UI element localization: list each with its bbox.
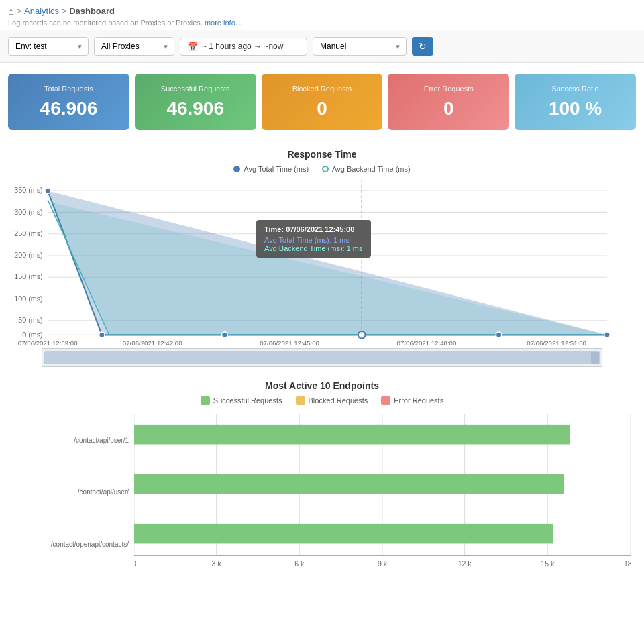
stat-card-total: Total Requests 46.906 xyxy=(8,74,129,130)
stat-value-successful: 46.906 xyxy=(143,98,248,119)
svg-text:07/06/2021 12:45:00: 07/06/2021 12:45:00 xyxy=(260,339,319,347)
stat-label-error: Error Requests xyxy=(396,85,501,93)
svg-text:0: 0 xyxy=(134,560,136,568)
bar-legend-color-red xyxy=(381,396,390,405)
legend-dot-teal xyxy=(322,166,329,172)
stat-card-error: Error Requests 0 xyxy=(388,74,509,130)
svg-point-17 xyxy=(99,332,105,338)
response-chart-legend: Avg Total Time (ms) Avg Backend Time (ms… xyxy=(8,165,636,173)
bar-legend-label-error: Error Requests xyxy=(394,396,443,405)
date-range-picker[interactable]: 📅 ~ 1 hours ago → ~now xyxy=(180,38,307,56)
proxies-select-wrapper: All Proxies ▼ xyxy=(94,37,174,56)
svg-text:50 (ms): 50 (ms) xyxy=(18,316,42,324)
stat-label-total: Total Requests xyxy=(16,85,121,93)
legend-dot-blue xyxy=(233,166,240,172)
stat-label-successful: Successful Requests xyxy=(143,85,248,93)
svg-text:150 (ms): 150 (ms) xyxy=(14,272,42,280)
breadcrumb-analytics[interactable]: Analytics xyxy=(24,6,59,16)
bar-chart-area: 0 3 k 6 k 9 k 12 k 15 k 18 k xyxy=(134,414,631,570)
bar-chart-section: Most Active 10 Endpoints Successful Requ… xyxy=(8,380,636,570)
toolbar: Env: test ▼ All Proxies ▼ 📅 ~ 1 hours ag… xyxy=(0,30,644,63)
env-select[interactable]: Env: test xyxy=(8,37,89,56)
response-chart-title: Response Time xyxy=(8,149,636,160)
svg-text:300 (ms): 300 (ms) xyxy=(14,208,42,216)
chart-scrollbar[interactable] xyxy=(42,348,602,367)
legend-label-total: Avg Total Time (ms) xyxy=(244,165,309,173)
response-chart-container: 350 (ms) 300 (ms) 250 (ms) 200 (ms) 150 … xyxy=(8,180,636,345)
proxies-select[interactable]: All Proxies xyxy=(94,37,174,56)
bar-legend-color-orange xyxy=(296,396,305,405)
svg-text:9 k: 9 k xyxy=(378,560,388,568)
more-info-link[interactable]: more info... xyxy=(205,19,241,27)
bar-y-label-1: /contact/api/user/1 xyxy=(13,420,129,460)
svg-text:350 (ms): 350 (ms) xyxy=(14,186,42,194)
svg-text:200 (ms): 200 (ms) xyxy=(14,251,42,259)
breadcrumb-sep-2: > xyxy=(62,7,66,16)
legend-backend-time: Avg Backend Time (ms) xyxy=(322,165,411,173)
stat-value-total: 46.906 xyxy=(16,98,121,119)
bar-chart-title: Most Active 10 Endpoints xyxy=(8,380,636,391)
bar-legend-successful: Successful Requests xyxy=(201,396,282,405)
bar-legend-color-green xyxy=(201,396,210,405)
user-select-wrapper: Manuel ▼ xyxy=(313,37,407,56)
svg-text:07/06/2021 12:51:00: 07/06/2021 12:51:00 xyxy=(527,339,586,347)
stat-value-error: 0 xyxy=(396,98,501,119)
svg-text:07/06/2021 12:48:00: 07/06/2021 12:48:00 xyxy=(397,339,457,347)
svg-text:12 k: 12 k xyxy=(458,560,472,568)
stat-card-blocked: Blocked Requests 0 xyxy=(262,74,383,130)
bar-3 xyxy=(134,524,553,544)
env-select-wrapper: Env: test ▼ xyxy=(8,37,89,56)
svg-text:100 (ms): 100 (ms) xyxy=(14,294,42,303)
svg-point-21 xyxy=(604,332,610,338)
calendar-icon: 📅 xyxy=(187,42,198,52)
stat-label-blocked: Blocked Requests xyxy=(270,85,375,93)
stat-label-ratio: Success Ratio xyxy=(523,85,628,93)
stat-cards: Total Requests 46.906 Successful Request… xyxy=(0,63,644,136)
bar-legend-blocked: Blocked Requests xyxy=(296,396,368,405)
breadcrumb: ⌂ > Analytics > Dashboard xyxy=(8,5,636,17)
info-text: Log records can be monitored based on Pr… xyxy=(8,19,636,27)
bar-legend-label-successful: Successful Requests xyxy=(213,396,282,405)
stat-value-ratio: 100 % xyxy=(523,98,628,119)
legend-total-time: Avg Total Time (ms) xyxy=(233,165,309,173)
bar-y-label-2: /contact/api/user/ xyxy=(13,472,129,513)
svg-point-20 xyxy=(496,332,502,338)
bar-legend-label-blocked: Blocked Requests xyxy=(309,396,368,405)
svg-point-16 xyxy=(45,188,51,194)
stat-card-successful: Successful Requests 46.906 xyxy=(135,74,256,130)
breadcrumb-dashboard: Dashboard xyxy=(69,6,115,16)
legend-label-backend: Avg Backend Time (ms) xyxy=(332,165,411,173)
svg-text:0 (ms): 0 (ms) xyxy=(22,331,42,339)
user-select[interactable]: Manuel xyxy=(313,37,407,56)
svg-text:250 (ms): 250 (ms) xyxy=(14,229,42,237)
response-chart-svg: 350 (ms) 300 (ms) 250 (ms) 200 (ms) 150 … xyxy=(8,180,636,345)
stat-card-ratio: Success Ratio 100 % xyxy=(515,74,636,130)
breadcrumb-sep-1: > xyxy=(17,7,21,16)
svg-text:6 k: 6 k xyxy=(294,560,305,568)
refresh-button[interactable]: ↻ xyxy=(412,37,433,56)
stat-value-blocked: 0 xyxy=(270,98,375,119)
svg-text:07/06/2021 12:42:00: 07/06/2021 12:42:00 xyxy=(123,339,182,347)
svg-text:18 k: 18 k xyxy=(624,560,631,568)
bar-chart-legend: Successful Requests Blocked Requests Err… xyxy=(8,396,636,405)
home-icon[interactable]: ⌂ xyxy=(8,5,14,17)
scrollbar-thumb xyxy=(44,351,600,364)
svg-text:3 k: 3 k xyxy=(212,560,222,568)
svg-text:07/06/2021 12:39:00: 07/06/2021 12:39:00 xyxy=(18,339,78,347)
scrollbar-handle-right[interactable] xyxy=(591,352,599,364)
breadcrumb-bar: ⌂ > Analytics > Dashboard Log records ca… xyxy=(0,0,644,30)
date-range-text: ~ 1 hours ago → ~now xyxy=(202,42,283,51)
bar-1 xyxy=(134,425,570,445)
svg-text:15 k: 15 k xyxy=(541,560,555,568)
bar-2 xyxy=(134,474,564,494)
bar-chart-svg: 0 3 k 6 k 9 k 12 k 15 k 18 k xyxy=(134,414,631,570)
bar-legend-error: Error Requests xyxy=(381,396,443,405)
bar-y-label-3: /contact/openapi/contacts/ xyxy=(13,524,129,564)
response-chart-section: Response Time Avg Total Time (ms) Avg Ba… xyxy=(8,149,636,367)
svg-point-18 xyxy=(221,332,227,338)
